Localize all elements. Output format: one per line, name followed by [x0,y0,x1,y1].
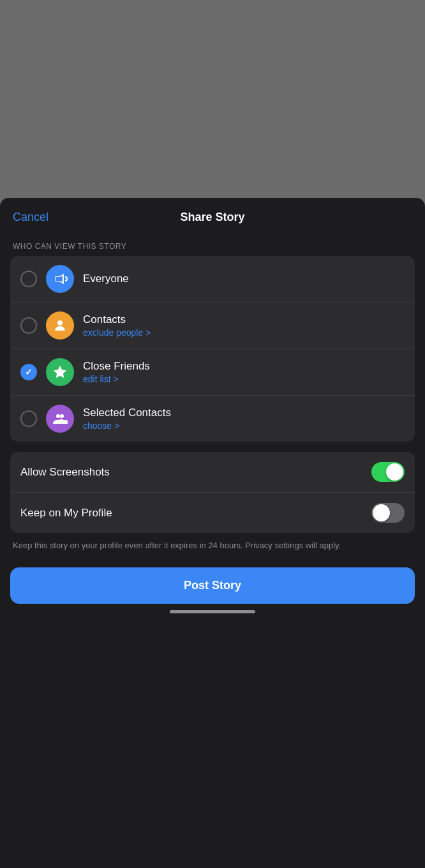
everyone-text: Everyone [83,273,129,285]
bottom-sheet: Cancel Share Story WHO CAN VIEW THIS STO… [0,198,425,868]
contacts-sublabel[interactable]: exclude people > [83,327,151,338]
radio-everyone [20,271,37,287]
toggle-knob-profile [373,504,390,521]
everyone-icon [46,265,74,293]
radio-contacts [20,317,37,334]
overlay-background [0,0,425,217]
svg-point-1 [56,414,60,418]
close-friends-sublabel[interactable]: edit list > [83,374,150,384]
keep-on-profile-label: Keep on My Profile [20,507,112,520]
close-friends-text: Close Friends edit list > [83,360,150,384]
allow-screenshots-label: Allow Screenshots [20,466,110,479]
close-friends-label: Close Friends [83,360,150,373]
contacts-label: Contacts [83,313,151,326]
option-selected-contacts[interactable]: Selected Contacts choose > [10,396,415,442]
home-indicator [170,610,255,613]
option-close-friends[interactable]: ✓ Close Friends edit list > [10,349,415,396]
sheet-title: Share Story [180,211,244,224]
option-contacts[interactable]: Contacts exclude people > [10,303,415,349]
post-story-button[interactable]: Post Story [10,567,415,604]
svg-point-0 [57,320,63,326]
contacts-text: Contacts exclude people > [83,313,151,338]
radio-check-icon: ✓ [25,367,33,377]
option-everyone[interactable]: Everyone [10,256,415,303]
keep-on-profile-row: Keep on My Profile [10,493,415,533]
group-svg [52,411,68,426]
sheet-header: Cancel Share Story [0,198,425,230]
cancel-button[interactable]: Cancel [13,211,48,224]
everyone-label: Everyone [83,273,129,285]
selected-contacts-text: Selected Contacts choose > [83,407,171,431]
svg-point-2 [60,414,64,418]
settings-card: Allow Screenshots Keep on My Profile [10,452,415,533]
selected-contacts-icon [46,405,74,433]
megaphone-svg [52,271,68,287]
allow-screenshots-row: Allow Screenshots [10,452,415,493]
section-label: WHO CAN VIEW THIS STORY [0,230,425,256]
toggle-knob-screenshots [386,463,403,481]
close-friends-icon [46,358,74,386]
selected-contacts-sublabel[interactable]: choose > [83,421,171,431]
visibility-options-card: Everyone Contacts exclude people > ✓ [10,256,415,442]
contacts-icon [46,311,74,340]
selected-contacts-label: Selected Contacts [83,407,171,419]
radio-selected-contacts [20,410,37,427]
disclaimer-text: Keep this story on your profile even aft… [0,533,425,562]
star-svg [52,364,68,380]
allow-screenshots-toggle[interactable] [371,462,405,482]
person-svg [52,318,68,333]
keep-on-profile-toggle[interactable] [371,503,405,523]
radio-close-friends: ✓ [20,364,37,380]
